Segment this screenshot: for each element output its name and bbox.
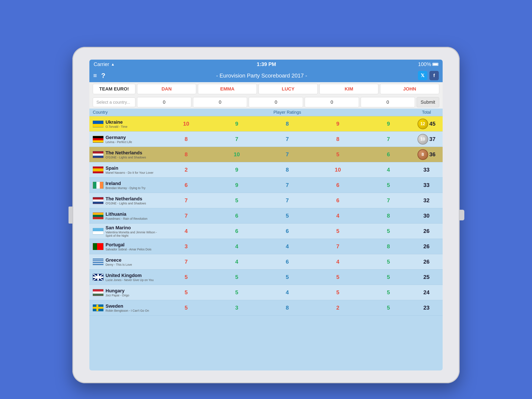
ipad-right-button — [460, 210, 464, 220]
player-score: 5 — [363, 228, 414, 234]
country-info: GermanyLevina - Perfect Life — [93, 135, 161, 144]
player-score: 9 — [363, 121, 414, 127]
player-lucy-button[interactable]: LUCY — [259, 84, 318, 94]
player-score: 5 — [313, 289, 363, 296]
player-score: 6 — [161, 182, 211, 188]
table-rows: UkraineO.Torvald - Time1098991245Germany… — [89, 116, 443, 315]
total-number: 37 — [430, 136, 436, 142]
player-score: 8 — [161, 151, 211, 158]
player-score: 4 — [262, 289, 313, 296]
player-score: 6 — [313, 182, 363, 188]
player-score: 5 — [211, 197, 262, 204]
player-score: 4 — [211, 258, 262, 265]
player-score: 5 — [363, 182, 414, 188]
song-name: Robin Bengtsson - I Can't Go On — [106, 309, 149, 312]
player-dan-button[interactable]: DAN — [137, 84, 196, 94]
country-select-input[interactable]: Select a country... — [93, 97, 135, 107]
country-name: Ukraine — [106, 119, 127, 125]
total-number: 24 — [424, 289, 430, 296]
country-name: Sweden — [106, 303, 149, 309]
total-col: 1037 — [414, 134, 439, 145]
player-emma-button[interactable]: EMMA — [198, 84, 257, 94]
country-name: Hungary — [106, 288, 129, 294]
facebook-button[interactable]: f — [430, 71, 439, 80]
player-score: 7 — [161, 258, 211, 265]
player-score: 8 — [262, 121, 313, 127]
country-text: IrelandBrendan Murray - Dying to Try — [106, 181, 146, 190]
flag-spain — [93, 167, 103, 173]
submit-button[interactable]: Submit — [417, 97, 439, 107]
country-info: GreeceDemy - This Is Love — [93, 257, 161, 266]
hamburger-menu-icon[interactable]: ≡ — [93, 72, 97, 79]
player-score: 5 — [161, 304, 211, 311]
player-score: 5 — [313, 151, 363, 158]
country-name: Germany — [106, 135, 132, 140]
player-score: 10 — [161, 121, 211, 127]
country-text: GermanyLevina - Perfect Life — [106, 135, 132, 144]
table-row: SwedenRobin Bengtsson - I Can't Go On538… — [89, 300, 443, 315]
score-dan: 0 — [137, 97, 191, 107]
total-col: 33 — [414, 167, 439, 173]
player-score: 5 — [262, 212, 313, 219]
player-score: 8 — [363, 212, 414, 219]
flag-ukraine — [93, 121, 103, 127]
player-score: 4 — [313, 258, 363, 265]
total-number: 32 — [424, 197, 430, 204]
ipad-frame: Carrier ▲ 1:39 PM 100% ≡ ? - Eurovision … — [72, 47, 460, 383]
song-name: Joci Papai - Origo — [106, 294, 129, 297]
song-name: Manel Navarro - Do It for Your Lover — [106, 171, 153, 174]
table-row: The NetherlandsO'G3NE - Lights and Shado… — [89, 147, 443, 162]
country-name: Portugal — [106, 242, 152, 248]
player-score: 5 — [161, 289, 211, 296]
nav-title: - Eurovision Party Scoreboard 2017 - — [105, 72, 418, 79]
help-icon[interactable]: ? — [101, 72, 106, 80]
total-col: 25 — [414, 274, 439, 280]
table-row: IrelandBrendan Murray - Dying to Try6976… — [89, 178, 443, 193]
total-col: 836 — [414, 149, 439, 160]
total-col: 26 — [414, 243, 439, 250]
player-score: 7 — [262, 197, 313, 204]
total-number: 26 — [424, 228, 430, 234]
song-name: Brendan Murray - Dying to Try — [106, 186, 146, 190]
player-score: 7 — [161, 212, 211, 219]
flag-netherlands — [93, 151, 103, 158]
score-lucy: 0 — [249, 97, 303, 107]
player-scores: 298104 — [161, 167, 414, 173]
country-text: SwedenRobin Bengtsson - I Can't Go On — [106, 303, 149, 312]
song-name: Fusedmarc - Rain of Revolution — [106, 217, 147, 220]
player-score: 8 — [363, 243, 414, 250]
player-score: 5 — [161, 274, 211, 280]
player-score: 5 — [313, 228, 363, 234]
table-row: The NetherlandsO'G3NE - Lights and Shado… — [89, 193, 443, 208]
total-number: 26 — [424, 243, 430, 250]
player-score: 7 — [363, 197, 414, 204]
player-score: 8 — [161, 136, 211, 142]
total-number: 36 — [430, 151, 436, 158]
song-name: Levina - Perfect Life — [106, 140, 132, 144]
table-row: PortugalSalvador Sobral - Amar Pelos Doi… — [89, 239, 443, 254]
score-emma: 0 — [193, 97, 247, 107]
player-score: 7 — [262, 182, 313, 188]
player-score: 2 — [161, 167, 211, 173]
player-scores: 109899 — [161, 121, 414, 127]
player-score: 7 — [161, 197, 211, 204]
player-score: 6 — [211, 228, 262, 234]
player-score: 4 — [211, 243, 262, 250]
song-name: Lucie Jones - Never Give Up on You — [106, 278, 154, 282]
battery-label: 100% — [418, 61, 431, 67]
player-scores: 75767 — [161, 197, 414, 204]
player-john-button[interactable]: JOHN — [380, 84, 439, 94]
player-score: 8 — [262, 304, 313, 311]
player-kim-button[interactable]: KIM — [319, 84, 379, 94]
player-score: 9 — [313, 121, 363, 127]
twitter-button[interactable]: 𝕏 — [418, 71, 427, 80]
country-name: United Kingdom — [106, 273, 154, 278]
player-score: 3 — [211, 304, 262, 311]
table-header: Country Player Ratings Total — [89, 109, 443, 116]
player-score: 5 — [363, 304, 414, 311]
total-number: 33 — [424, 182, 430, 188]
team-name-button[interactable]: TEAM EURO! — [93, 84, 135, 94]
status-bar-right: 100% — [418, 61, 438, 67]
player-score: 6 — [211, 212, 262, 219]
country-header: Country — [93, 110, 161, 115]
